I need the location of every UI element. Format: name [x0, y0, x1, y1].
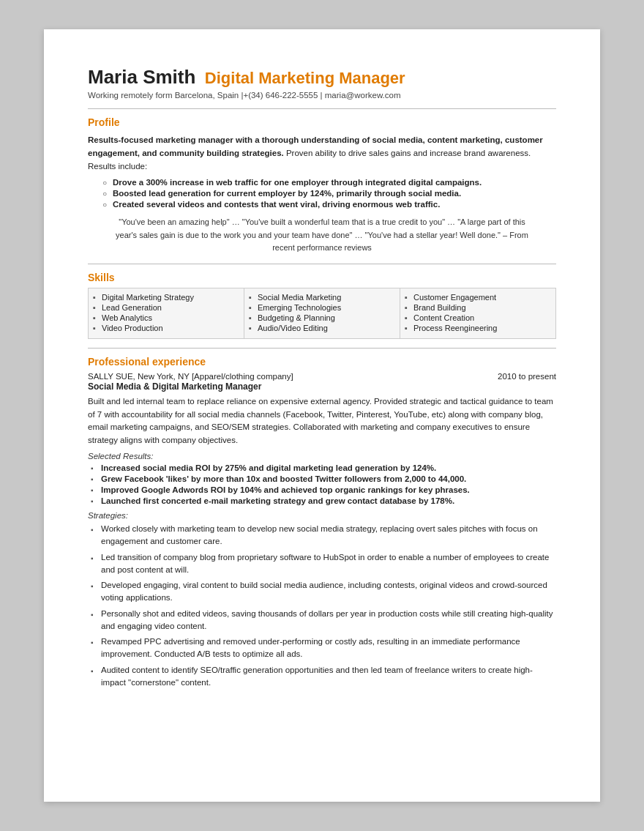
skill-3-4: Process Reengineering — [405, 324, 551, 332]
strategy-2: Led transition of company blog from prop… — [91, 551, 556, 577]
exp-job-title: Social Media & Digital Marketing Manager — [88, 381, 556, 392]
skills-col3-list: Customer Engagement Brand Building Conte… — [403, 290, 553, 337]
profile-section: Profile Results-focused marketing manage… — [88, 116, 556, 255]
skills-heading: Skills — [88, 272, 556, 283]
exp-selected-label: Selected Results: — [88, 452, 556, 461]
strategies-list: Worked closely with marketing team to de… — [91, 523, 556, 689]
profile-bullet-2: Boosted lead generation for current empl… — [102, 189, 556, 198]
header-name-title: Maria Smith Digital Marketing Manager — [88, 66, 556, 89]
exp-header-row: SALLY SUE, New York, NY [Apparel/clothin… — [88, 372, 556, 381]
resume-page: Maria Smith Digital Marketing Manager Wo… — [44, 29, 600, 802]
skills-col2: Social Media Marketing Emerging Technolo… — [244, 288, 400, 338]
profile-quote: "You've been an amazing help" … "You've … — [110, 216, 534, 255]
profile-bullet-1: Drove a 300% increase in web traffic for… — [102, 178, 556, 187]
skill-2-3: Budgeting & Planning — [249, 313, 395, 322]
experience-divider — [88, 348, 556, 349]
job-title: Digital Marketing Manager — [205, 69, 405, 87]
profile-bullet-3: Created several videos and contests that… — [102, 200, 556, 209]
profile-intro: Results-focused marketing manager with a… — [88, 133, 556, 172]
contact-info: Working remotely form Barcelona, Spain |… — [88, 91, 556, 100]
header-section: Maria Smith Digital Marketing Manager Wo… — [88, 66, 556, 100]
result-2: Grew Facebook 'likes' by more than 10x a… — [91, 474, 556, 483]
header-divider — [88, 108, 556, 109]
experience-heading: Professional experience — [88, 356, 556, 368]
skills-row: Digital Marketing Strategy Lead Generati… — [89, 288, 556, 338]
strategy-3: Developed engaging, viral content to bui… — [91, 579, 556, 605]
skills-col2-list: Social Media Marketing Emerging Technolo… — [247, 290, 397, 337]
strategy-4: Personally shot and edited videos, savin… — [91, 608, 556, 633]
skills-col1-list: Digital Marketing Strategy Lead Generati… — [91, 290, 241, 337]
skill-1-2: Lead Generation — [93, 303, 239, 312]
skill-3-2: Brand Building — [405, 303, 551, 312]
strategy-1: Worked closely with marketing team to de… — [91, 523, 556, 548]
exp-company: SALLY SUE, New York, NY [Apparel/clothin… — [88, 372, 293, 381]
profile-heading: Profile — [88, 116, 556, 128]
experience-entry-1: SALLY SUE, New York, NY [Apparel/clothin… — [88, 372, 556, 689]
skills-table: Digital Marketing Strategy Lead Generati… — [88, 288, 556, 339]
skill-2-2: Emerging Technologies — [249, 303, 395, 312]
skills-col3: Customer Engagement Brand Building Conte… — [400, 288, 556, 338]
skill-1-1: Digital Marketing Strategy — [93, 293, 239, 302]
profile-bullets: Drove a 300% increase in web traffic for… — [102, 178, 556, 209]
exp-description: Built and led internal team to replace r… — [88, 395, 556, 447]
results-list: Increased social media ROI by 275% and d… — [91, 463, 556, 505]
full-name: Maria Smith — [88, 66, 195, 88]
skill-1-4: Video Production — [93, 324, 239, 332]
skill-3-3: Content Creation — [405, 313, 551, 322]
experience-section: Professional experience SALLY SUE, New Y… — [88, 356, 556, 689]
skills-divider — [88, 264, 556, 264]
result-1: Increased social media ROI by 275% and d… — [91, 463, 556, 472]
strategy-5: Revamped PPC advertising and removed und… — [91, 636, 556, 661]
skills-section: Skills Digital Marketing Strategy Lead G… — [88, 272, 556, 339]
skill-3-1: Customer Engagement — [405, 293, 551, 302]
strategy-6: Audited content to identify SEO/traffic … — [91, 664, 556, 690]
skills-col1: Digital Marketing Strategy Lead Generati… — [89, 288, 244, 338]
exp-strategies-label: Strategies: — [88, 511, 556, 520]
skill-2-1: Social Media Marketing — [249, 293, 395, 302]
skill-1-3: Web Analytics — [93, 313, 239, 322]
result-3: Improved Google Adwords ROI by 104% and … — [91, 485, 556, 494]
exp-dates: 2010 to present — [498, 372, 556, 381]
skill-2-4: Audio/Video Editing — [249, 324, 395, 332]
result-4: Launched first concerted e-mail marketin… — [91, 496, 556, 505]
